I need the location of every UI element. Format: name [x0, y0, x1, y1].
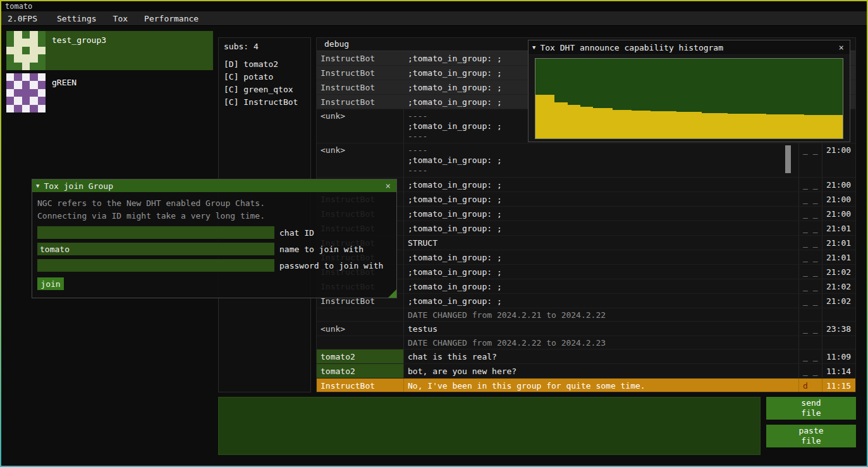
- chat-row[interactable]: InstructBot;tomato_in_group: ;_ _21:01: [317, 250, 855, 265]
- menu-item-settings[interactable]: Settings: [49, 11, 105, 25]
- menu-items: SettingsToxPerformance: [49, 11, 207, 25]
- histogram-bar: [619, 110, 625, 138]
- collapse-arrow-icon[interactable]: ▼: [532, 44, 535, 51]
- chat-message: ;tomato_in_group: ;: [403, 294, 798, 308]
- histogram-bar: [638, 111, 644, 138]
- chat-message-line: No, I've been in this group for quite so…: [408, 380, 795, 391]
- chat-row[interactable]: <unk>----;tomato_in_group: ;----_ _21:00: [317, 143, 855, 178]
- chat-row[interactable]: InstructBot;tomato_in_group: ;_ _21:02: [317, 279, 855, 294]
- chat-status-flags: _ _: [798, 265, 822, 279]
- menu-item-tox[interactable]: Tox: [105, 11, 136, 25]
- histogram-bar: [676, 112, 683, 138]
- group-item-gREEN[interactable]: gREEN: [6, 73, 213, 112]
- histogram-window-titlebar[interactable]: ▼ Tox DHT announce capability histogram …: [529, 40, 850, 55]
- chat-row[interactable]: InstructBot;tomato_in_group: ;_ _21:02: [317, 294, 855, 308]
- close-icon[interactable]: ×: [384, 181, 393, 191]
- chat-sender: InstructBot: [317, 379, 403, 392]
- chat-sender: [317, 308, 403, 321]
- subs-list-item[interactable]: [C] green_qtox: [224, 83, 305, 96]
- chat-status-flags: _ _: [798, 192, 822, 206]
- composer-buttons: send file paste file: [766, 397, 856, 455]
- histogram-bar: [689, 112, 695, 138]
- close-icon[interactable]: ×: [837, 42, 846, 52]
- chat-message: DATE CHANGED from 2024.2.22 to 2024.2.23: [403, 336, 798, 349]
- chat-row[interactable]: tomato2bot, are you new here?_ _11:14: [317, 364, 855, 379]
- join-group-window: ▼ Tox join Group × NGC refers to the New…: [32, 179, 397, 298]
- chat-scrollbar-thumb[interactable]: [785, 145, 791, 173]
- join-form: chat IDname to join withpassword to join…: [37, 226, 391, 272]
- chat-message-line: ;tomato_in_group: ;: [408, 194, 795, 205]
- chat-message-line: ;tomato_in_group: ;: [408, 223, 795, 234]
- chat-id-input[interactable]: [37, 226, 274, 239]
- group-item-test_group3[interactable]: test_group3: [6, 31, 213, 70]
- histogram-bar: [785, 114, 792, 138]
- chat-row[interactable]: InstructBot;tomato_in_group: ;_ _21:00: [317, 178, 855, 192]
- join-window-titlebar[interactable]: ▼ Tox join Group ×: [32, 179, 396, 192]
- join-window-title: Tox join Group: [44, 181, 113, 191]
- chat-status-flags: [798, 336, 822, 349]
- subs-header: subs: 4: [224, 42, 305, 51]
- chat-row[interactable]: <unk>testus_ _23:38: [317, 322, 855, 336]
- composer: send file paste file: [218, 397, 856, 455]
- subs-list-item[interactable]: [D] tomato2: [224, 58, 305, 71]
- chat-sender: InstructBot: [317, 66, 403, 80]
- chat-sender: InstructBot: [317, 95, 403, 109]
- chat-message: STRUCT: [403, 236, 798, 250]
- subs-list-item[interactable]: [C] InstructBot: [224, 96, 305, 109]
- histogram-bar: [728, 114, 734, 138]
- chat-sender: <unk>: [317, 109, 403, 143]
- histogram-bar: [702, 113, 708, 138]
- chat-message: ;tomato_in_group: ;: [403, 207, 798, 221]
- chat-timestamp: 21:01: [822, 236, 855, 250]
- chat-timestamp: 21:01: [822, 221, 855, 235]
- chat-sender: InstructBot: [317, 80, 403, 94]
- join-window-body: NGC refers to the New DHT enabled Group …: [32, 192, 396, 295]
- chat-message: ----;tomato_in_group: ;----: [403, 143, 798, 177]
- chat-message-line: ;tomato_in_group: ;: [408, 209, 795, 219]
- collapse-arrow-icon[interactable]: ▼: [36, 183, 39, 189]
- menu-item-performance[interactable]: Performance: [136, 11, 207, 25]
- histogram-bar: [747, 114, 753, 138]
- chat-row[interactable]: InstructBot;tomato_in_group: ;_ _21:00: [317, 207, 855, 221]
- chat-row[interactable]: DATE CHANGED from 2024.2.21 to 2024.2.22: [317, 308, 855, 322]
- chat-timestamp: [822, 336, 855, 349]
- histogram-plot: [535, 58, 843, 139]
- paste-file-button[interactable]: paste file: [766, 425, 856, 447]
- chat-row[interactable]: InstructBot;tomato_in_group: ;_ _21:01: [317, 221, 855, 236]
- chat-row[interactable]: tomato2chat is this real?_ _11:09: [317, 349, 855, 364]
- chat-message-line: ;tomato_in_group: ;: [408, 267, 795, 277]
- chat-status-flags: _ _: [798, 364, 822, 378]
- histogram-bar: [708, 113, 714, 138]
- chat-sender: <unk>: [317, 143, 403, 177]
- histogram-bar: [535, 95, 542, 138]
- chat-row[interactable]: InstructBotSTRUCT_ _21:01: [317, 236, 855, 250]
- join-password-input[interactable]: [37, 259, 274, 272]
- histogram-bar: [606, 108, 612, 138]
- group-avatar: [6, 31, 46, 70]
- send-file-button[interactable]: send file: [766, 397, 856, 420]
- join-field-row: chat ID: [37, 226, 391, 239]
- chat-row[interactable]: InstructBotNo, I've been in this group f…: [317, 379, 855, 392]
- chat-timestamp: 11:14: [822, 364, 855, 378]
- chat-row[interactable]: InstructBot;tomato_in_group: ;_ _21:00: [317, 192, 855, 207]
- chat-timestamp: 21:00: [822, 207, 855, 221]
- histogram-bar: [759, 114, 766, 138]
- chat-message-line: bot, are you new here?: [408, 366, 795, 377]
- join-button[interactable]: join: [37, 277, 64, 290]
- chat-timestamp: 11:09: [822, 349, 855, 363]
- chat-timestamp: 21:01: [822, 250, 855, 264]
- histogram-bar: [580, 107, 587, 138]
- histogram-body: [529, 55, 850, 142]
- chat-status-flags: _ _: [798, 279, 822, 293]
- chat-row[interactable]: DATE CHANGED from 2024.2.22 to 2024.2.23: [317, 336, 855, 349]
- chat-sender: [317, 336, 403, 349]
- join-name-input[interactable]: [37, 243, 274, 255]
- message-input[interactable]: [218, 397, 761, 455]
- chat-message: chat is this real?: [403, 349, 798, 363]
- chat-row[interactable]: InstructBot;tomato_in_group: ;_ _21:02: [317, 265, 855, 279]
- chat-message: DATE CHANGED from 2024.2.21 to 2024.2.22: [403, 308, 798, 321]
- subs-list-item[interactable]: [C] potato: [224, 71, 305, 83]
- chat-message: ;tomato_in_group: ;: [403, 265, 798, 279]
- resize-grip-icon[interactable]: [388, 289, 396, 298]
- histogram-bar: [651, 111, 657, 138]
